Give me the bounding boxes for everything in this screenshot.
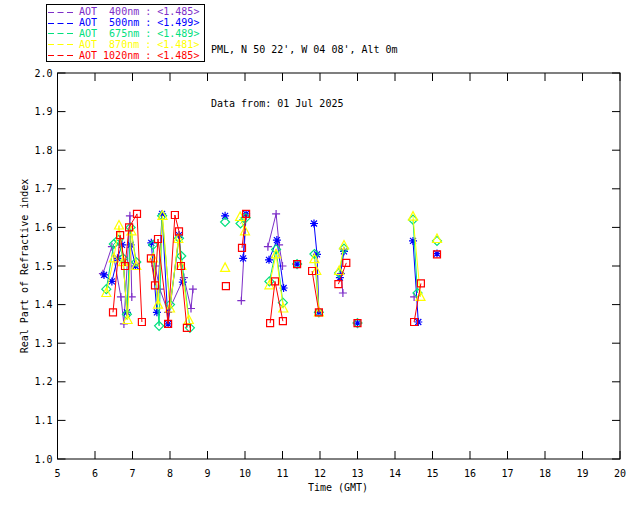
asterisk-marker-icon [293,260,301,268]
series-aot-500nm [100,210,441,328]
triangle-marker-icon [221,263,230,272]
x-tick-label: 9 [204,468,210,479]
y-tick-label: 1.7 [34,183,52,194]
y-tick-label: 1.4 [34,299,52,310]
x-tick-label: 7 [129,468,135,479]
x-tick-label: 13 [351,468,363,479]
x-tick-label: 8 [167,468,173,479]
plus-marker-icon [272,210,280,218]
x-tick-label: 6 [92,468,98,479]
asterisk-marker-icon [221,212,229,220]
x-tick-label: 19 [576,468,588,479]
refractive-index-chart: 5678910111213141516171819201.01.11.21.31… [0,0,640,512]
x-tick-label: 12 [314,468,326,479]
y-tick-label: 1.9 [34,106,52,117]
data-series [99,210,442,332]
asterisk-marker-icon [100,271,108,279]
x-tick-label: 16 [464,468,476,479]
x-tick-label: 14 [389,468,401,479]
y-tick-label: 1.5 [34,261,52,272]
plus-marker-icon [117,293,125,301]
x-tick-label: 5 [54,468,60,479]
triangle-marker-icon [433,234,442,243]
x-axis-title: Time (GMT) [308,482,368,493]
plus-marker-icon [237,297,245,305]
y-tick-label: 1.2 [34,376,52,387]
x-tick-label: 15 [426,468,438,479]
x-tick-label: 10 [239,468,251,479]
y-tick-label: 2.0 [34,68,52,79]
x-tick-label: 17 [501,468,513,479]
asterisk-marker-icon [414,318,422,326]
y-axis-title: Real Part of Refractive index [19,179,30,354]
series-aot-400nm [99,210,418,328]
y-tick-label: 1.0 [34,454,52,465]
asterisk-marker-icon [310,220,318,228]
axes: 5678910111213141516171819201.01.11.21.31… [34,68,626,480]
asterisk-marker-icon [273,236,281,244]
plus-marker-icon [339,289,347,297]
y-tick-label: 1.1 [34,415,52,426]
plus-marker-icon [126,212,134,220]
x-tick-label: 11 [276,468,288,479]
x-tick-label: 20 [614,468,626,479]
y-tick-label: 1.8 [34,145,52,156]
aeronet-refractive-index-page: AOT 400nm : <1.485>AOT 500nm : <1.499>AO… [0,0,640,512]
x-tick-label: 18 [539,468,551,479]
square-marker-icon [222,283,229,290]
plus-marker-icon [264,243,272,251]
asterisk-marker-icon [354,319,362,327]
y-tick-label: 1.3 [34,338,52,349]
plus-marker-icon [189,285,197,293]
y-tick-label: 1.6 [34,222,52,233]
asterisk-marker-icon [239,254,247,262]
